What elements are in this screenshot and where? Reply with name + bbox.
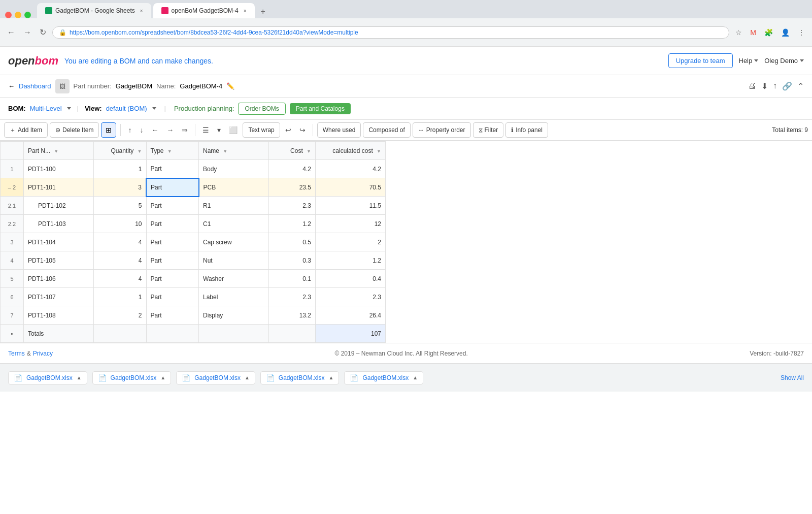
tab-openbom[interactable]: openBoM GadgetBOM-4 × (153, 3, 255, 18)
print-icon[interactable]: 🖨 (748, 81, 756, 91)
extension-icon[interactable]: 🧩 (762, 26, 775, 39)
view-value-button[interactable]: default (BOM) (106, 105, 147, 112)
back-dashboard-icon[interactable]: ← (8, 82, 15, 90)
forward-button[interactable]: → (21, 26, 33, 39)
move-left-button[interactable]: ← (148, 122, 161, 138)
profile-icon[interactable]: 👤 (779, 26, 792, 39)
calc-cost-cell[interactable]: 26.4 (316, 306, 386, 325)
move-down-button[interactable]: ↓ (137, 122, 146, 138)
view-chevron-icon[interactable] (152, 107, 156, 110)
bom-chevron-icon[interactable] (67, 107, 71, 110)
download-icon[interactable]: ⬇ (761, 81, 768, 91)
col-quantity-filter-icon[interactable]: ▼ (138, 149, 142, 154)
privacy-link[interactable]: Privacy (33, 350, 53, 357)
quantity-cell[interactable]: 1 (94, 160, 147, 178)
filter-button[interactable]: ⧖ Filter (473, 122, 504, 138)
collapse-icon[interactable]: ⌃ (797, 81, 804, 91)
calc-cost-cell[interactable]: 12 (316, 215, 386, 233)
where-used-button[interactable]: Where used (317, 122, 361, 138)
name-cell[interactable]: Nut (199, 251, 269, 270)
calc-cost-cell[interactable]: 70.5 (316, 178, 386, 197)
part-num-cell[interactable]: PDT1-104 (24, 233, 94, 251)
type-cell[interactable]: Part (146, 215, 199, 233)
composed-of-button[interactable]: Composed of (363, 122, 410, 138)
terms-link[interactable]: Terms (8, 350, 25, 357)
share-icon[interactable]: ↑ (773, 81, 777, 91)
quantity-cell[interactable]: 2 (94, 306, 147, 325)
col-type-filter-icon[interactable]: ▼ (167, 149, 172, 154)
dashboard-link[interactable]: Dashboard (19, 82, 51, 90)
show-all-button[interactable]: Show All (781, 374, 804, 381)
quantity-cell[interactable]: 5 (94, 197, 147, 215)
add-item-button[interactable]: ＋ Add Item (4, 122, 48, 138)
property-order-button[interactable]: ↔ Property order (413, 122, 471, 138)
type-cell[interactable]: Part (146, 197, 199, 215)
cost-cell[interactable]: 0.1 (269, 270, 316, 288)
type-cell[interactable]: Part (146, 233, 199, 251)
name-cell[interactable]: PCB (199, 178, 269, 197)
part-num-cell[interactable]: PDT1-107 (24, 288, 94, 306)
row-number-cell[interactable]: 2.1 (1, 197, 24, 215)
grid-view-button[interactable]: ⊞ (101, 122, 116, 138)
download-item[interactable]: 📄 GadgetBOM.xlsx ▲ (92, 371, 172, 384)
download-chevron-icon[interactable]: ▲ (245, 375, 250, 380)
row-number-cell[interactable]: – 2 (1, 178, 24, 197)
type-cell[interactable]: Part (146, 251, 199, 270)
calc-cost-cell[interactable]: 1.2 (316, 251, 386, 270)
download-chevron-icon[interactable]: ▲ (413, 375, 418, 380)
part-num-cell[interactable]: PDT1-102 (24, 197, 94, 215)
calc-cost-cell[interactable]: 0.4 (316, 270, 386, 288)
row-number-cell[interactable]: 1 (1, 160, 24, 178)
close-button[interactable] (5, 12, 12, 18)
download-item[interactable]: 📄 GadgetBOM.xlsx ▲ (8, 371, 87, 384)
cost-cell[interactable]: 13.2 (269, 306, 316, 325)
row-number-cell[interactable]: 6 (1, 288, 24, 306)
cost-cell[interactable]: 4.2 (269, 160, 316, 178)
edit-name-icon[interactable]: ✏️ (226, 82, 234, 90)
name-cell[interactable]: R1 (199, 197, 269, 215)
undo-button[interactable]: ↩ (282, 122, 294, 138)
user-menu-button[interactable]: Oleg Demo (764, 57, 804, 65)
quantity-cell[interactable]: 4 (94, 251, 147, 270)
menu-icon[interactable]: ⋮ (796, 26, 807, 39)
quantity-cell[interactable]: 10 (94, 215, 147, 233)
col-header-type[interactable]: Type ▼ (146, 142, 199, 160)
type-cell[interactable]: Part (146, 306, 199, 325)
parts-catalogs-button[interactable]: Part and Catalogs (290, 103, 351, 114)
back-button[interactable]: ← (5, 26, 17, 39)
quantity-cell[interactable]: 1 (94, 288, 147, 306)
cost-cell[interactable]: 0.3 (269, 251, 316, 270)
bom-value-button[interactable]: Multi-Level (30, 105, 62, 112)
minimize-button[interactable] (15, 12, 21, 18)
calc-cost-cell[interactable]: 11.5 (316, 197, 386, 215)
col-header-calc-cost[interactable]: calculated cost ▼ (316, 142, 386, 160)
name-cell[interactable]: C1 (199, 215, 269, 233)
type-cell[interactable]: Part (146, 178, 199, 197)
move-right2-button[interactable]: ⇒ (179, 122, 191, 138)
name-cell[interactable]: Label (199, 288, 269, 306)
col-part-num-filter-icon[interactable]: ▼ (54, 149, 58, 154)
download-item[interactable]: 📄 GadgetBOM.xlsx ▲ (176, 371, 255, 384)
quantity-cell[interactable]: 3 (94, 178, 147, 197)
order-boms-button[interactable]: Order BOMs (238, 103, 285, 115)
download-chevron-icon[interactable]: ▲ (329, 375, 334, 380)
download-chevron-icon[interactable]: ▲ (77, 375, 82, 380)
quantity-cell[interactable]: 4 (94, 233, 147, 251)
calc-cost-cell[interactable]: 2.3 (316, 288, 386, 306)
cost-cell[interactable]: 0.5 (269, 233, 316, 251)
row-number-cell[interactable]: 3 (1, 233, 24, 251)
part-num-cell[interactable]: PDT1-101 (24, 178, 94, 197)
name-cell[interactable]: Cap screw (199, 233, 269, 251)
reload-button[interactable]: ↻ (38, 25, 48, 39)
tab-openbom-close-icon[interactable]: × (244, 8, 247, 14)
row-number-cell[interactable]: 5 (1, 270, 24, 288)
col-header-name[interactable]: Name ▼ (199, 142, 269, 160)
col-cost-filter-icon[interactable]: ▼ (307, 149, 311, 154)
download-chevron-icon[interactable]: ▲ (160, 375, 165, 380)
move-up-button[interactable]: ↑ (125, 122, 134, 138)
part-num-cell[interactable]: PDT1-103 (24, 215, 94, 233)
part-num-cell[interactable]: PDT1-105 (24, 251, 94, 270)
download-item[interactable]: 📄 GadgetBOM.xlsx ▲ (260, 371, 340, 384)
row-number-cell[interactable]: 7 (1, 306, 24, 325)
row-number-cell[interactable]: 4 (1, 251, 24, 270)
